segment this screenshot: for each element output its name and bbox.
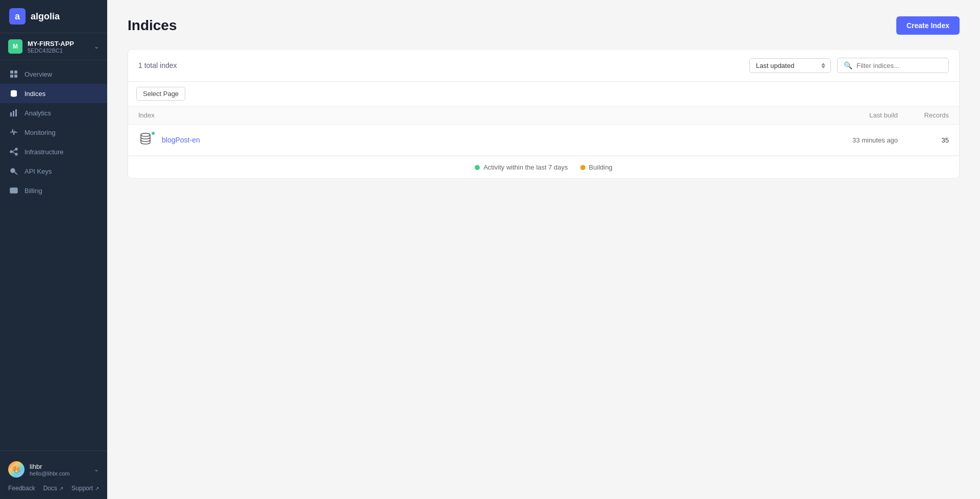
- user-chevron-icon: ⌄: [94, 466, 99, 473]
- svg-rect-6: [13, 111, 14, 116]
- sort-select[interactable]: Last updated: [749, 58, 831, 73]
- svg-point-8: [15, 148, 17, 150]
- support-link[interactable]: Support ↗: [71, 485, 99, 492]
- sidebar-item-overview[interactable]: Overview: [0, 64, 107, 84]
- user-left: 🎨 lihbr hello@lihbr.com: [8, 461, 69, 478]
- create-index-button[interactable]: Create Index: [896, 16, 960, 35]
- key-icon: [9, 167, 18, 176]
- logo-text: algolia: [31, 11, 60, 22]
- sidebar-item-infrastructure[interactable]: Infrastructure: [0, 142, 107, 161]
- table-header: Index Last build Records: [128, 106, 959, 125]
- sidebar: a algolia M MY-FIRST-APP 5EDC432BC1 ⌄ Ov…: [0, 0, 107, 499]
- svg-rect-16: [10, 188, 17, 193]
- legend-item-building: Building: [580, 163, 612, 171]
- sidebar-item-indices[interactable]: Indices: [0, 84, 107, 103]
- app-name: MY-FIRST-APP: [28, 40, 74, 47]
- grid-icon: [9, 69, 18, 79]
- col-header-records: Records: [898, 111, 949, 119]
- sidebar-item-label-analytics: Analytics: [24, 109, 51, 117]
- external-link-icon-2: ↗: [95, 486, 99, 491]
- index-cell: blogPost-en: [138, 132, 816, 148]
- external-link-icon: ↗: [59, 486, 63, 491]
- col-header-index: Index: [138, 111, 816, 119]
- select-page-button[interactable]: Select Page: [136, 87, 185, 101]
- index-icon-wrap: [138, 132, 155, 148]
- sidebar-item-label-indices: Indices: [24, 90, 45, 98]
- sort-arrow-down: [821, 66, 825, 68]
- svg-line-12: [12, 152, 15, 154]
- index-name-link[interactable]: blogPost-en: [162, 136, 200, 144]
- user-row[interactable]: 🎨 lihbr hello@lihbr.com ⌄: [0, 457, 107, 482]
- table-row: blogPost-en 33 minutes ago 35: [128, 125, 959, 156]
- panel-toolbar: 1 total index Last updated 🔍: [128, 50, 959, 82]
- legend-row: Activity within the last 7 days Building: [128, 156, 959, 178]
- svg-rect-1: [14, 70, 17, 74]
- search-icon: 🔍: [844, 61, 852, 69]
- nav-section: Overview Indices Analytics Monitoring: [0, 60, 107, 450]
- sidebar-item-analytics[interactable]: Analytics: [0, 103, 107, 123]
- index-table: Index Last build Records: [128, 106, 959, 178]
- page-title: Indices: [128, 17, 177, 34]
- chevron-down-icon: ⌄: [94, 43, 99, 50]
- svg-point-13: [11, 169, 15, 173]
- docs-link[interactable]: Docs ↗: [43, 485, 63, 492]
- sidebar-footer: 🎨 lihbr hello@lihbr.com ⌄ Feedback Docs …: [0, 450, 107, 499]
- legend-label-activity: Activity within the last 7 days: [483, 163, 568, 171]
- sidebar-item-label-infrastructure: Infrastructure: [24, 148, 64, 156]
- footer-links: Feedback Docs ↗ Support ↗: [0, 482, 107, 495]
- svg-rect-0: [10, 70, 13, 74]
- app-id: 5EDC432BC1: [28, 47, 74, 54]
- col-header-last-build: Last build: [816, 111, 898, 119]
- sort-arrows: [821, 63, 825, 68]
- svg-rect-3: [14, 75, 17, 78]
- logo-icon: a: [9, 8, 26, 25]
- sidebar-item-monitoring[interactable]: Monitoring: [0, 123, 107, 142]
- svg-rect-5: [10, 112, 12, 116]
- credit-card-icon: [9, 186, 18, 195]
- user-name: lihbr: [30, 463, 69, 470]
- sidebar-item-api-keys[interactable]: API Keys: [0, 161, 107, 181]
- main-content: Indices Create Index 1 total index Last …: [107, 0, 980, 499]
- bar-chart-icon: [9, 108, 18, 117]
- app-info: MY-FIRST-APP 5EDC432BC1: [28, 40, 74, 54]
- feedback-link[interactable]: Feedback: [8, 485, 35, 492]
- svg-rect-2: [10, 75, 13, 78]
- database-icon: [9, 89, 18, 98]
- sidebar-item-label-api-keys: API Keys: [24, 168, 52, 175]
- total-count: 1 total index: [138, 61, 177, 69]
- app-selector[interactable]: M MY-FIRST-APP 5EDC432BC1 ⌄: [0, 33, 107, 60]
- user-info: lihbr hello@lihbr.com: [30, 463, 69, 477]
- user-email: hello@lihbr.com: [30, 470, 69, 477]
- svg-line-11: [12, 150, 15, 152]
- indices-panel: 1 total index Last updated 🔍 Select Page: [128, 49, 960, 179]
- app-selector-left: M MY-FIRST-APP 5EDC432BC1: [8, 39, 74, 54]
- sort-arrow-up: [821, 63, 825, 65]
- activity-icon: [9, 128, 18, 137]
- legend-dot-green: [475, 165, 480, 170]
- svg-point-9: [15, 153, 17, 155]
- sidebar-item-label-overview: Overview: [24, 70, 52, 78]
- legend-dot-orange: [580, 165, 585, 170]
- sidebar-item-billing[interactable]: Billing: [0, 181, 107, 200]
- legend-label-building: Building: [589, 163, 612, 171]
- sidebar-item-label-monitoring: Monitoring: [24, 129, 56, 136]
- svg-point-19: [141, 133, 150, 136]
- app-avatar: M: [8, 39, 22, 54]
- sort-label: Last updated: [756, 62, 817, 69]
- cell-last-build: 33 minutes ago: [816, 136, 898, 144]
- svg-point-10: [10, 151, 12, 153]
- avatar: 🎨: [8, 461, 24, 478]
- page-header: Indices Create Index: [128, 16, 960, 35]
- cell-records: 35: [898, 136, 949, 144]
- search-box: 🔍: [837, 58, 949, 73]
- share-icon: [9, 147, 18, 156]
- toolbar-right: Last updated 🔍: [749, 58, 949, 73]
- filter-indices-input[interactable]: [856, 62, 942, 69]
- sidebar-item-label-billing: Billing: [24, 187, 42, 195]
- select-page-row: Select Page: [128, 82, 959, 106]
- svg-rect-7: [15, 109, 17, 116]
- logo-area: a algolia: [0, 0, 107, 33]
- status-dot-green: [151, 131, 156, 136]
- legend-item-activity: Activity within the last 7 days: [475, 163, 568, 171]
